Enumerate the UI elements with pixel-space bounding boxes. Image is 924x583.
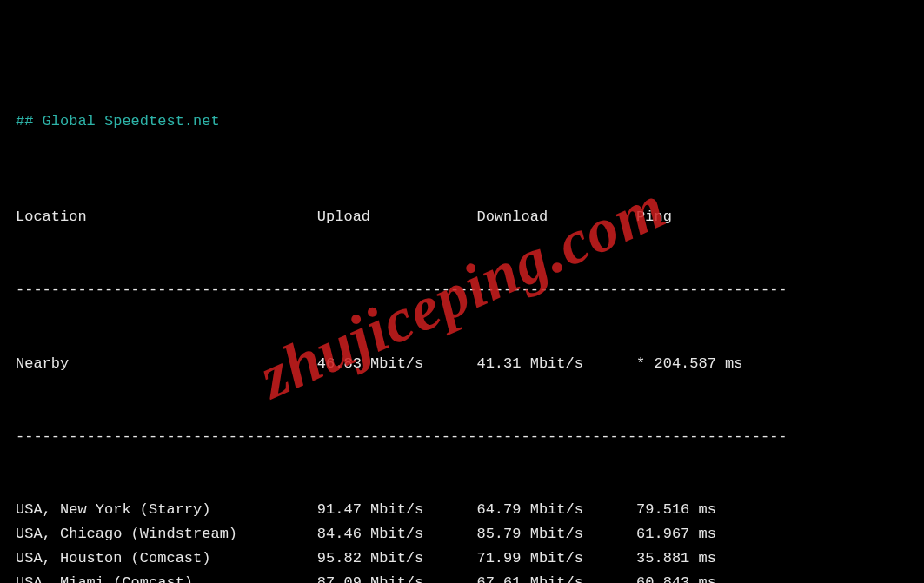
table-row: USA, Houston (Comcast)95.82 Mbit/s71.99 … [16,547,908,571]
cell-download: 71.99 Mbit/s [476,547,636,571]
table-row: USA, New York (Starry)91.47 Mbit/s64.79 … [16,498,908,522]
cell-ping: 61.967 ms [636,522,716,547]
section-title: ## Global Speedtest.net [16,109,908,134]
cell-upload: 87.09 Mbit/s [317,571,477,583]
cell-upload: 84.46 Mbit/s [317,522,477,547]
cell-location: USA, Houston (Comcast) [16,547,317,571]
cell-upload: 46.83 Mbit/s [317,352,477,376]
cell-location: USA, Chicago (Windstream) [16,522,317,547]
divider-line: ----------------------------------------… [16,425,908,449]
cell-location: USA, Miami (Comcast) [16,571,317,583]
header-location: Location [16,205,317,229]
cell-download: 64.79 Mbit/s [476,498,636,522]
cell-ping: 35.881 ms [636,547,716,571]
cell-download: 85.79 Mbit/s [476,522,636,547]
cell-location: Nearby [16,352,317,376]
table-row: USA, Chicago (Windstream)84.46 Mbit/s85.… [16,522,908,547]
table-row: Nearby46.83 Mbit/s41.31 Mbit/s* 204.587 … [16,352,908,376]
divider-line: ----------------------------------------… [16,278,908,302]
table-row: USA, Miami (Comcast)87.09 Mbit/s67.61 Mb… [16,571,908,583]
table-header-row: LocationUploadDownloadPing [16,205,908,229]
cell-location: USA, New York (Starry) [16,498,317,522]
cell-upload: 95.82 Mbit/s [317,547,477,571]
cell-download: 67.61 Mbit/s [476,571,636,583]
cell-upload: 91.47 Mbit/s [317,498,477,522]
cell-ping: 60.843 ms [636,571,716,583]
header-upload: Upload [317,205,477,229]
cell-download: 41.31 Mbit/s [476,352,636,376]
cell-ping: * 204.587 ms [636,352,742,376]
header-ping: Ping [636,205,672,229]
header-download: Download [476,205,636,229]
cell-ping: 79.516 ms [636,498,716,522]
